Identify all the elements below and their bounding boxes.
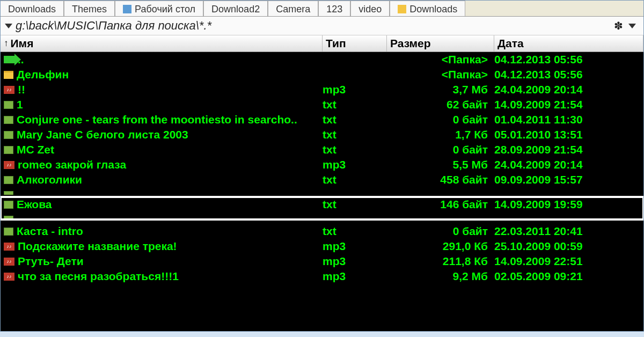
tab-downloads2[interactable]: Downloads [390,1,465,16]
file-size: 1,7 Кб [387,128,494,141]
file-type: txt [323,143,387,156]
file-size: 146 байт [387,198,494,211]
folder-icon [398,5,406,13]
file-date: 04.12.2013 05:56 [494,68,640,81]
file-row[interactable]: ♪♪Ртуть- Детиmp3211,8 Кб14.09.2009 22:51 [1,254,643,269]
txt-icon [4,176,13,184]
file-row[interactable]: MC Zettxt0 байт28.09.2009 21:54 [1,142,643,157]
file-size: <Папка> [387,53,494,66]
file-name: romeo закрой глаза [18,158,126,171]
file-size: 9,2 Мб [387,270,494,283]
sort-asc-icon: ↑ [4,38,9,49]
file-name: что за песня разобраться!!!1 [18,270,179,283]
file-date: 02.05.2009 09:21 [494,270,640,283]
folder-icon [4,71,13,79]
file-row[interactable]: ..<Папка>04.12.2013 05:56 [1,52,643,67]
file-date: 24.04.2009 20:14 [494,83,640,96]
file-date: 05.01.2010 13:51 [494,128,640,141]
file-size: 5,5 Мб [387,158,494,171]
file-name: MC Zet [17,143,54,156]
file-name: Подскажите название трека! [18,240,177,253]
file-size: 0 байт [387,113,494,126]
file-date: 28.09.2009 21:54 [494,143,640,156]
file-type: mp3 [323,255,387,268]
file-date: 14.09.2009 22:51 [494,255,640,268]
tab-bar: Downloads Themes Рабочий стол Download2 … [1,1,643,17]
file-type: txt [323,225,387,238]
mp3-icon: ♪♪ [4,258,14,266]
file-type: mp3 [323,158,387,171]
mp3-icon: ♪♪ [4,273,14,281]
mp3-icon: ♪♪ [4,86,14,94]
file-type: mp3 [323,270,387,283]
file-size: 0 байт [387,143,494,156]
file-date: 22.03.2011 20:41 [494,225,640,238]
header-size[interactable]: Размер [387,35,494,52]
file-row[interactable]: 1txt62 байт14.09.2009 21:54 [1,97,643,112]
tab-video[interactable]: video [350,1,390,16]
header-name[interactable]: ↑Имя [1,35,323,52]
file-row[interactable]: Алкоголикиtxt458 байт09.09.2009 15:57 [1,172,643,187]
mp3-icon: ♪♪ [4,161,14,169]
file-size: <Папка> [387,68,494,81]
file-row[interactable]: Каста - introtxt0 байт22.03.2011 20:41 [1,224,643,239]
file-date: 14.09.2009 21:54 [494,98,640,111]
file-size: 458 байт [387,173,494,186]
file-name: 1 [17,98,23,111]
file-row[interactable]: ♪♪romeo закрой глазаmp35,5 Мб24.04.2009 … [1,157,643,172]
mp3-icon: ♪♪ [4,243,14,251]
header-type[interactable]: Тип [323,35,387,52]
tab-camera[interactable]: Camera [268,1,318,16]
txt-icon [4,131,13,139]
file-date: 14.09.2009 19:59 [494,198,640,211]
file-name: Mary Jane С белого листа 2003 [17,128,188,141]
file-type: txt [323,173,387,186]
file-size: 291,0 Кб [387,240,494,253]
txt-icon [4,101,13,109]
column-headers: ↑Имя Тип Размер Дата [1,35,643,52]
txt-icon [4,228,13,236]
file-name: Ежова [17,198,52,211]
file-name: !! [18,83,25,96]
file-date: 01.04.2011 11:30 [494,113,640,126]
file-date: 25.10.2009 00:59 [494,240,640,253]
file-row[interactable]: ♪♪что за песня разобраться!!!1mp39,2 Мб0… [1,269,643,284]
drive-dropdown-icon[interactable] [5,24,12,28]
file-date: 04.12.2013 05:56 [494,53,640,66]
file-type: txt [323,198,387,211]
txt-icon [4,146,13,154]
file-date: 09.09.2009 15:57 [494,173,640,186]
file-size: 0 байт [387,225,494,238]
tab-download2[interactable]: Download2 [203,1,268,16]
file-name: Ртуть- Дети [18,255,84,268]
file-size: 3,7 Мб [387,83,494,96]
file-date: 24.04.2009 20:14 [494,158,640,171]
path-bar: g:\back\MUSIC\Папка для поиска\*.* ✽ [1,17,643,35]
tab-desktop[interactable]: Рабочий стол [115,1,203,16]
txt-icon [4,116,13,124]
file-row[interactable]: Дельфин<Папка>04.12.2013 05:56 [1,67,643,82]
highlighted-row[interactable]: Ежова txt 146 байт 14.09.2009 19:59 [1,197,643,219]
tab-123[interactable]: 123 [318,1,350,16]
current-path[interactable]: g:\back\MUSIC\Папка для поиска\*.* [16,19,614,33]
tab-downloads[interactable]: Downloads [1,1,64,16]
file-name: Conjure one - tears from the moontiesto … [17,113,297,126]
file-name: Каста - intro [17,225,83,238]
file-size: 211,8 Кб [387,255,494,268]
tab-themes[interactable]: Themes [64,1,115,16]
file-type: txt [323,98,387,111]
desktop-icon [123,5,131,13]
file-type: mp3 [323,83,387,96]
file-type: txt [323,113,387,126]
header-date[interactable]: Дата [494,35,643,52]
favorites-icon[interactable]: ✽ [614,19,623,32]
file-size: 62 байт [387,98,494,111]
txt-icon [4,201,13,209]
file-row[interactable]: ♪♪Подскажите название трека!mp3291,0 Кб2… [1,239,643,254]
file-manager-panel: Downloads Themes Рабочий стол Download2 … [0,0,644,332]
file-row[interactable]: Mary Jane С белого листа 2003txt1,7 Кб05… [1,127,643,142]
file-type: txt [323,128,387,141]
file-row[interactable]: ♪♪!!mp33,7 Мб24.04.2009 20:14 [1,82,643,97]
file-row[interactable]: Conjure one - tears from the moontiesto … [1,112,643,127]
history-dropdown-icon[interactable] [628,24,636,28]
